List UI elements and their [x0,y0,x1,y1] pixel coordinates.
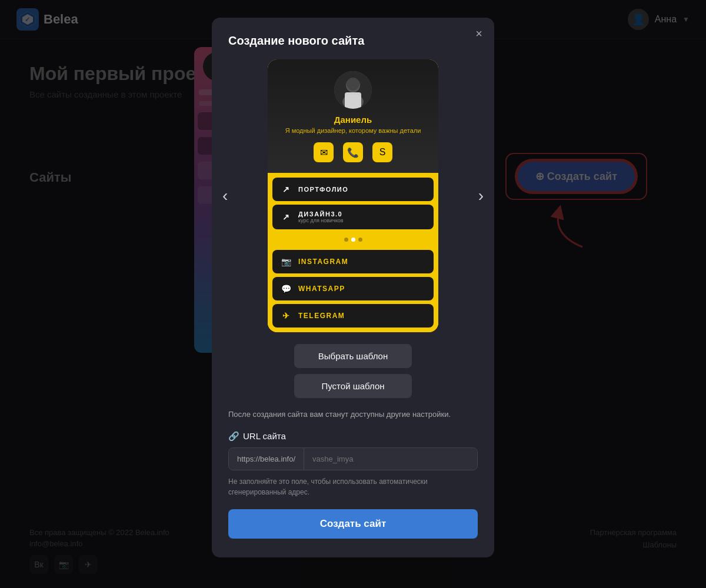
dot-indicator [272,233,434,246]
card-telegram-link: ✈ Telegram [272,304,434,328]
modal-overlay: Создание нового сайта × ‹ [0,0,706,588]
url-label-text: URL сайта [243,431,286,441]
dot-1 [344,238,348,242]
design-link-icon: ↗ [281,211,292,223]
choose-template-button[interactable]: Выбрать шаблон [294,344,412,368]
portfolio-link-icon: ↗ [281,183,292,195]
design-label: ДИЗАЙН3.0 [298,211,344,218]
slider-prev-button[interactable]: ‹ [222,186,228,205]
card-design-link: ↗ ДИЗАЙН3.0 курс для новичков [272,205,434,229]
url-section-label: 🔗 URL сайта [228,431,478,442]
url-input[interactable] [304,448,477,470]
card-portfolio-link: ↗ ПОРТФОЛИО [272,178,434,201]
modal-close-button[interactable]: × [475,27,482,41]
url-hint: Не заполняйте это поле, чтобы использова… [228,476,478,497]
card-whatsapp-link: 💬 WhatsApp [272,277,434,300]
telegram-link-icon: ✈ [281,310,292,322]
dot-3 [358,238,362,242]
phone-icon: 📞 [343,142,363,162]
design-sublabel: курс для новичков [298,218,344,223]
modal: Создание нового сайта × ‹ [212,18,494,557]
modal-title: Создание нового сайта [228,34,478,48]
portfolio-label: ПОРТФОЛИО [298,186,348,193]
dot-2 [351,238,355,242]
link-icon: 🔗 [228,431,239,442]
preview-slider: ‹ Даниель Я модный дизай [228,59,478,332]
info-text: После создания сайта вам станут доступны… [228,409,478,420]
empty-template-button[interactable]: Пустой шаблон [294,374,412,398]
instagram-label: Instagram [298,258,348,266]
card-person-name: Даниель [334,115,372,125]
card-person-desc: Я модный дизайнер, которому важны детали [285,127,421,134]
url-input-row: https://belea.info/ [228,447,478,470]
card-instagram-link: 📷 Instagram [272,250,434,273]
preview-card: Даниель Я модный дизайнер, которому важн… [268,59,438,332]
person-avatar-icon [334,71,372,109]
slider-next-button[interactable]: › [478,186,484,205]
email-icon: ✉ [314,142,334,162]
submit-create-button[interactable]: Создать сайт [228,509,478,539]
svg-point-5 [347,78,359,91]
card-avatar [334,71,372,109]
instagram-link-icon: 📷 [281,256,292,268]
skype-icon: S [372,142,392,162]
telegram-label: Telegram [298,312,345,320]
template-buttons: Выбрать шаблон Пустой шаблон [228,344,478,398]
whatsapp-link-icon: 💬 [281,283,292,295]
url-prefix: https://belea.info/ [229,448,304,470]
card-mid: ↗ ПОРТФОЛИО ↗ ДИЗАЙН3.0 курс для новичко… [268,173,438,332]
svg-rect-6 [345,92,361,109]
card-contact-icons: ✉ 📞 S [314,142,392,162]
whatsapp-label: WhatsApp [298,285,345,293]
card-top: Даниель Я модный дизайнер, которому важн… [268,59,438,173]
